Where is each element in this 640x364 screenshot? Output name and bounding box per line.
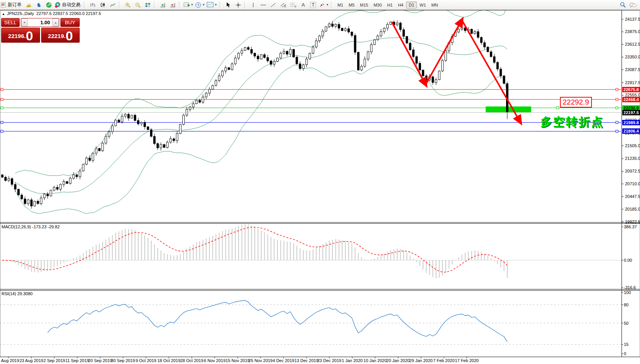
dropdown-arrow-icon: ▼ [214,3,217,7]
price-axis-tick: 20447.5 [625,194,640,199]
new-order-button[interactable]: 新订单 [0,1,24,9]
timeframe-w1[interactable]: W1 [417,2,429,8]
time-axis-label: 15 Nov 2019 [226,358,249,363]
dropdown-arrow-icon: ▼ [202,3,205,7]
time-axis-label: 2 Sep 2019 [43,358,65,363]
bid-price-button[interactable]: 22196.0 [1,28,40,43]
line-handle[interactable] [1,130,3,133]
timeframe-m30[interactable]: M30 [371,2,384,8]
zoom-out-icon [135,2,141,8]
fibonacci-button[interactable]: F [288,1,298,9]
candlestick-icon [100,2,106,8]
line-handle[interactable] [1,107,3,109]
volume-input[interactable]: 1.00 [28,18,52,27]
rsi-axis-tick: 15 [624,342,628,347]
line-handle[interactable] [1,121,3,124]
timeframe-m1[interactable]: M1 [335,2,346,8]
market-depth-button[interactable] [24,1,34,9]
text-tool-button[interactable]: A [298,1,308,9]
periodicity-button[interactable]: ▼ [194,1,206,9]
auto-scroll-button[interactable] [158,1,168,9]
arrow-objects-button[interactable]: ▼ [318,1,330,9]
sell-button[interactable]: SELL [1,18,20,27]
line-handle[interactable] [616,121,618,124]
collapse-panel-icon[interactable]: ▲ [2,12,5,16]
support-price-annotation[interactable]: 22292.9 [560,97,592,108]
price-axis-tick: 23875.0 [625,29,640,34]
timeframe-h1[interactable]: H1 [384,2,395,8]
autotrading-button[interactable]: 自动交易 [54,1,83,9]
timeframe-mn[interactable]: MN [429,2,441,8]
mql5-community-button[interactable]: ♞ [34,1,44,9]
line-handle[interactable] [616,107,618,109]
ask-price-button[interactable]: 22219.0 [41,28,80,43]
timeframe-m5[interactable]: M5 [346,2,357,8]
rsi-axis-tick: 0 [624,351,626,356]
bar-chart-button[interactable] [88,1,98,9]
rsi-indicator-label: RSI(14) 29.3080 [2,291,33,296]
volume-increase-button[interactable]: ▲ [52,18,59,27]
timeframe-d1[interactable]: D1 [406,2,417,8]
crosshair-button[interactable] [233,1,243,9]
price-axis-tick: 23612.5 [625,42,640,47]
chart-shift-button[interactable] [168,1,178,9]
toolbar-separator [219,1,222,9]
volume-decrease-button[interactable]: ▼ [21,18,28,27]
templates-icon [207,2,214,8]
chart-title: ▲JPN225-,Daily 22797.5 22837.5 22060.0 2… [2,11,101,16]
turning-point-annotation[interactable]: 多空转折点 [540,114,604,130]
search-button[interactable] [618,1,628,9]
clock-icon [195,2,201,8]
candlestick-chart [0,10,640,364]
equidistant-channel-button[interactable]: E [278,1,288,9]
trendline-button[interactable] [268,1,278,9]
crosshair-icon [235,2,241,8]
candlestick-chart-button[interactable] [98,1,108,9]
time-axis-label: 20 Sep 2019 [88,358,112,363]
dropdown-arrow-icon: ▼ [326,3,329,7]
price-axis-tick: 21505.0 [625,143,640,148]
tile-windows-icon [145,2,151,8]
price-axis-tick: 20185.0 [625,207,640,211]
price-axis-tick: 19922.5 [625,219,640,224]
time-axis-label: 10 Jan 2020 [364,358,387,363]
new-order-icon [1,2,7,8]
search-icon [620,2,626,8]
new-chart-button[interactable]: ▼ [183,1,194,9]
cursor-icon [226,2,231,8]
cursor-button[interactable] [223,1,233,9]
price-level-label: 22468.4 [622,97,640,102]
symbol-period-label: JPN225-,Daily [7,11,34,16]
new-order-label: 新订单 [8,2,22,8]
buy-button[interactable]: BUY [60,18,80,27]
new-chart-icon [184,2,190,8]
line-handle[interactable] [1,88,3,91]
horizontal-line-button[interactable] [258,1,268,9]
zoom-out-button[interactable] [133,1,143,9]
text-label-button[interactable]: T [308,1,318,9]
timeframe-m15[interactable]: M15 [357,2,371,8]
toolbar-separator [119,1,122,9]
line-handle[interactable] [616,88,618,91]
line-chart-button[interactable] [108,1,118,9]
chart-area[interactable]: ▲JPN225-,Daily 22797.5 22837.5 22060.0 2… [0,10,640,364]
line-handle[interactable] [616,98,618,101]
time-axis-label: 9 Oct 2019 [135,358,156,363]
timeframe-h4[interactable]: H4 [395,2,406,8]
templates-button[interactable]: ▼ [206,1,218,9]
line-handle[interactable] [616,130,618,133]
toolbar-separator [331,1,334,9]
time-axis-label: 18 Oct 2019 [157,358,180,363]
line-handle[interactable] [556,107,559,109]
zoom-in-button[interactable] [123,1,133,9]
vertical-line-button[interactable] [248,1,258,9]
line-handle[interactable] [1,98,3,101]
community-chat-button[interactable] [628,1,638,9]
chat-bubbles-icon [629,2,637,8]
macd-axis-tick: -316.6 [624,285,636,290]
tile-windows-button[interactable] [143,1,153,9]
time-axis-label: 4 Aug 2019 [0,358,19,363]
auto-scroll-icon [160,2,166,8]
toolbar-separator [154,1,157,9]
signals-button[interactable] [44,1,54,9]
